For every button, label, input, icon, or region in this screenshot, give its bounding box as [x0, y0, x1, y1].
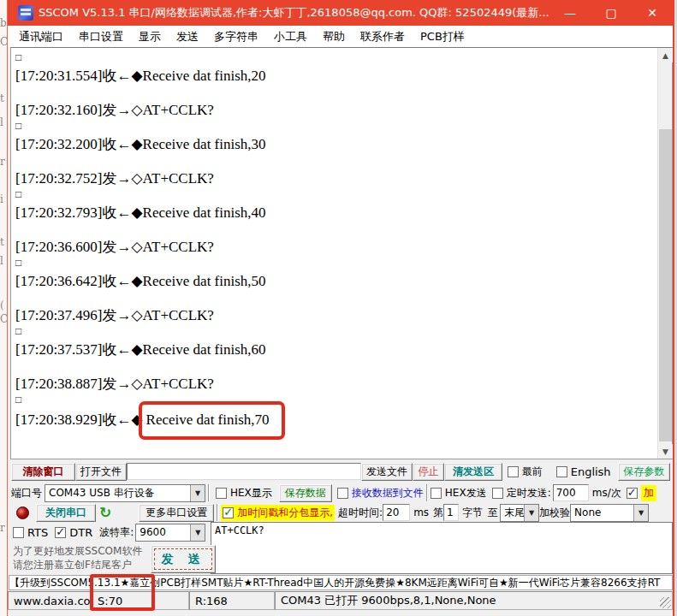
- timestamp-packet-checkbox[interactable]: 加时间戳和分包显示,: [221, 505, 335, 521]
- refresh-ports-icon[interactable]: ↻: [99, 504, 111, 521]
- log-timestamp: [17:20:37.537]: [15, 341, 103, 358]
- resize-grip[interactable]: [660, 597, 671, 608]
- interval-unit-label: ms/次: [592, 486, 621, 500]
- timed-send-checkbox[interactable]: 定时发送:: [492, 486, 551, 500]
- close-button[interactable]: ✕: [632, 0, 673, 26]
- log-message: AT+CCLK?: [143, 239, 214, 255]
- checksum-select[interactable]: None ▼: [570, 504, 649, 522]
- timeout-input[interactable]: [383, 504, 410, 521]
- checkbox-icon: [337, 488, 348, 499]
- menu-item[interactable]: 通讯端口: [11, 26, 71, 47]
- receive-log-area[interactable]: □[17:20:31.554]收←◆Receive dat finish,20[…: [10, 47, 673, 459]
- clear-window-button[interactable]: 清除窗口: [11, 463, 75, 481]
- log-line: [17:20:32.793]收←◆Receive dat finish,40: [15, 204, 655, 222]
- scrollbar-thumb[interactable]: [659, 129, 672, 441]
- promo-line-2: 请您注册嘉立创F结尾客户: [13, 558, 142, 572]
- checkbox-icon: [508, 466, 519, 477]
- scroll-down-icon[interactable]: ▼: [658, 444, 673, 459]
- control-panel: 清除窗口 打开文件 发送文件 停止 清发送区 最前 English 保存参数 端…: [8, 459, 673, 590]
- menu-item[interactable]: 显示: [131, 26, 169, 47]
- hex-display-checkbox[interactable]: HEX显示: [216, 486, 272, 500]
- status-received-count: R:168: [189, 591, 275, 610]
- background-fragment: (: [0, 299, 4, 311]
- more-port-settings-button[interactable]: 更多串口设置: [139, 504, 214, 522]
- log-timestamp: [17:20:36.642]: [15, 273, 103, 289]
- stop-button[interactable]: 停止: [413, 463, 445, 481]
- divider: [217, 504, 218, 521]
- menu-item[interactable]: 帮助: [315, 26, 353, 47]
- ms-label: ms: [413, 506, 429, 518]
- log-line: [17:20:37.537]收←◆Receive dat finish,60: [15, 341, 655, 358]
- byte-prefix-label: 第: [433, 506, 443, 520]
- timed-interval-input[interactable]: [553, 484, 589, 501]
- send-button[interactable]: 发 送: [151, 545, 216, 573]
- log-timestamp: [17:20:38.887]: [15, 376, 103, 392]
- sscom-window: SSCOM V5.13.1 串口/网络数据调试器,作者:大虾丁丁,2618058…: [7, 0, 674, 616]
- checkbox-icon: [431, 488, 442, 499]
- log-direction: 发→◇: [103, 307, 143, 323]
- log-line: □: [15, 256, 655, 272]
- log-line: □: [15, 324, 655, 341]
- chevron-down-icon[interactable]: ▼: [190, 524, 205, 541]
- receive-to-file-checkbox[interactable]: 接收数据到文件: [337, 486, 424, 500]
- menu-item[interactable]: 小工具: [266, 26, 315, 47]
- status-website: www.daxia.com: [8, 591, 92, 610]
- log-direction: 收←◆: [103, 68, 143, 84]
- chevron-down-icon[interactable]: ▼: [633, 505, 648, 521]
- log-line: [17:20:36.600]发→◇AT+CCLK?: [15, 238, 655, 256]
- log-message: □: [15, 325, 21, 337]
- promo-text: 为了更好地发展SSCOM软件 请您注册嘉立创F结尾客户: [13, 544, 142, 572]
- hex-send-checkbox[interactable]: HEX发送: [431, 486, 487, 500]
- app-icon: [18, 5, 33, 21]
- send-button-wrap: 发 送: [151, 545, 216, 573]
- log-line: [15, 153, 655, 169]
- log-line: [15, 222, 655, 238]
- english-checkbox[interactable]: English: [556, 465, 611, 478]
- screen: bCtlritl(Cr SSCOM V5.13.1 串口/网络数据调试器,作者:…: [0, 0, 677, 616]
- port-select[interactable]: COM43 USB 串行设备 ▼: [45, 484, 205, 502]
- chevron-down-icon[interactable]: ▼: [190, 485, 205, 501]
- dtr-checkbox[interactable]: DTR: [55, 526, 92, 539]
- log-message: Receive dat finish,70: [139, 401, 285, 440]
- chevron-down-icon[interactable]: ▼: [524, 505, 538, 521]
- menu-item[interactable]: 串口设置: [71, 26, 131, 47]
- rts-checkbox[interactable]: RTS: [13, 526, 48, 539]
- vertical-scrollbar[interactable]: ▲ ▼: [657, 48, 672, 459]
- maximize-button[interactable]: ▢: [591, 0, 632, 26]
- open-file-button[interactable]: 打开文件: [75, 463, 126, 481]
- log-timestamp: [17:20:32.160]: [15, 102, 103, 118]
- log-line: [17:20:37.496]发→◇AT+CCLK?: [15, 306, 655, 324]
- end-position-select[interactable]: 末尾( ▼: [500, 504, 539, 522]
- window-title: SSCOM V5.13.1 串口/网络数据调试器,作者:大虾丁丁,2618058…: [39, 5, 549, 21]
- scroll-up-icon[interactable]: ▲: [658, 48, 673, 62]
- log-timestamp: [17:20:32.752]: [15, 170, 103, 187]
- checkbox-icon: [13, 527, 24, 538]
- log-timestamp: [17:20:32.200]: [15, 136, 103, 152]
- log-message: Receive dat finish,40: [143, 204, 266, 221]
- log-message: Receive dat finish,60: [143, 341, 266, 358]
- append-checkbox[interactable]: 加: [627, 485, 656, 501]
- menu-item[interactable]: PCB打样: [413, 26, 472, 47]
- log-timestamp: [17:20:37.496]: [15, 307, 103, 323]
- send-data-textarea[interactable]: AT+CCLK?: [211, 522, 673, 574]
- save-data-button[interactable]: 保存数据: [279, 484, 332, 502]
- send-file-path-input[interactable]: [127, 463, 362, 480]
- send-file-button[interactable]: 发送文件: [361, 463, 412, 481]
- topmost-checkbox[interactable]: 最前: [508, 465, 543, 479]
- byte-index-input[interactable]: [443, 504, 459, 521]
- close-port-button[interactable]: 关闭串口: [36, 504, 96, 522]
- port-label: 端口号: [11, 486, 42, 500]
- log-message: AT+CCLK?: [143, 307, 214, 323]
- log-direction: 收←◆: [103, 204, 143, 221]
- minimize-button[interactable]: —: [549, 0, 591, 26]
- menu-item[interactable]: 联系作者: [353, 26, 413, 47]
- save-params-button[interactable]: 保存参数: [618, 463, 670, 481]
- background-fragment: r: [0, 522, 5, 534]
- background-fragment: t: [0, 236, 4, 248]
- ad-banner[interactable]: 【升级到SSCOM5.13.1★嘉立创PCB打样SMT贴片★RT-Thread中…: [9, 575, 673, 590]
- baud-select[interactable]: 9600 ▼: [135, 524, 205, 542]
- menu-item[interactable]: 发送: [169, 26, 206, 47]
- clear-send-area-button[interactable]: 清发送区: [444, 463, 502, 481]
- divider: [208, 484, 210, 501]
- menu-item[interactable]: 多字符串: [206, 26, 266, 47]
